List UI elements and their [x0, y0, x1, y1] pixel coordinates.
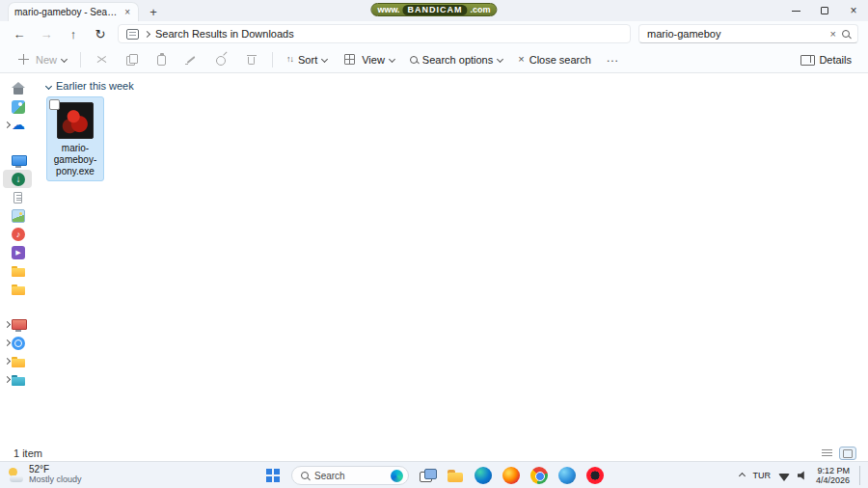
- taskbar-weather-widget[interactable]: 52°F Mostly cloudy: [8, 464, 82, 485]
- collapse-group-icon[interactable]: [45, 82, 52, 89]
- sidebar-item-desktop[interactable]: [3, 151, 32, 170]
- volume-icon[interactable]: [798, 471, 808, 480]
- cut-button[interactable]: [88, 48, 116, 71]
- sidebar-item-videos[interactable]: [3, 243, 32, 261]
- sidebar-item-home[interactable]: [3, 79, 32, 97]
- up-button[interactable]: ↑: [64, 27, 83, 41]
- language-indicator[interactable]: TUR: [752, 471, 771, 480]
- close-search-button[interactable]: × Close search: [511, 48, 598, 71]
- search-highlight-icon[interactable]: [391, 470, 403, 482]
- search-options-button[interactable]: Search options: [403, 48, 509, 71]
- taskbar-search-label: Search: [314, 471, 385, 481]
- search-icon[interactable]: [842, 30, 850, 38]
- group-header-label: Earlier this week: [56, 80, 134, 92]
- view-button[interactable]: View: [336, 48, 401, 71]
- divider: [272, 52, 273, 68]
- search-options-icon: [410, 56, 418, 64]
- breadcrumb-chevron-icon[interactable]: [144, 30, 150, 37]
- expand-chevron-icon[interactable]: [4, 339, 11, 346]
- new-button[interactable]: New: [10, 48, 73, 71]
- plus-icon: [16, 52, 31, 67]
- details-view-icon: [822, 449, 832, 458]
- taskbar-search[interactable]: Search: [291, 466, 409, 485]
- sidebar-item-network[interactable]: [3, 334, 32, 352]
- breadcrumb[interactable]: Search Results in Downloads: [155, 28, 294, 40]
- sidebar-item-this-pc[interactable]: [3, 315, 32, 334]
- tab-close-icon[interactable]: ×: [122, 7, 132, 17]
- sidebar-item-gallery[interactable]: [3, 97, 32, 116]
- expand-chevron-icon[interactable]: [4, 358, 11, 365]
- system-tray: TUR 9:12 PM 4/4/2026: [740, 462, 862, 488]
- tray-overflow-chevron-icon[interactable]: [739, 472, 746, 478]
- chevron-down-icon: [321, 56, 328, 63]
- sidebar-item-folder-3[interactable]: [3, 352, 32, 370]
- file-checkbox[interactable]: [49, 99, 60, 110]
- address-bar[interactable]: Search Results in Downloads: [118, 24, 631, 43]
- sidebar-item-documents[interactable]: [3, 188, 32, 206]
- documents-icon: [12, 191, 25, 204]
- watermark-prefix: www.: [377, 5, 399, 14]
- sidebar-item-pictures[interactable]: [3, 206, 32, 225]
- firefox-icon: [502, 467, 520, 484]
- cut-icon: [95, 52, 109, 67]
- ellipsis-icon: ...: [607, 52, 619, 67]
- taskbar-edge-beta-button[interactable]: [556, 464, 579, 487]
- taskbar-firefox-button[interactable]: [500, 464, 523, 487]
- sort-button[interactable]: ↑↓ Sort: [280, 48, 334, 71]
- task-view-icon: [419, 467, 436, 484]
- copy-button[interactable]: [118, 48, 146, 71]
- explorer-tab[interactable]: mario-gameboy - Search Res ×: [8, 2, 139, 21]
- new-tab-button[interactable]: +: [145, 3, 162, 20]
- divider: [80, 52, 81, 68]
- navigation-bar: ← → ↑ ↻ Search Results in Downloads mari…: [0, 21, 868, 46]
- back-button[interactable]: ←: [10, 27, 29, 41]
- sidebar-item-folder-1[interactable]: [3, 261, 32, 280]
- rename-button[interactable]: [177, 48, 205, 71]
- start-button[interactable]: [261, 464, 285, 487]
- large-icons-view-button[interactable]: [839, 447, 856, 460]
- taskbar-opera-button[interactable]: [583, 464, 607, 487]
- this-pc-icon: [12, 318, 25, 332]
- delete-button[interactable]: [237, 48, 265, 71]
- expand-chevron-icon[interactable]: [4, 376, 11, 383]
- clear-search-icon[interactable]: ×: [830, 28, 836, 40]
- search-value[interactable]: mario-gameboy: [647, 28, 825, 40]
- sidebar-item-folder-2[interactable]: [3, 280, 32, 298]
- sidebar-item-downloads[interactable]: [3, 170, 32, 188]
- watermark-brand: BANDICAM: [403, 5, 468, 15]
- group-header[interactable]: Earlier this week: [46, 80, 856, 92]
- minimize-button[interactable]: [781, 0, 810, 21]
- bandicam-watermark: www. BANDICAM .com: [370, 3, 497, 16]
- close-button[interactable]: ×: [839, 0, 868, 21]
- sidebar-item-folder-4[interactable]: [3, 370, 32, 389]
- show-desktop-button[interactable]: [859, 466, 862, 485]
- wifi-icon[interactable]: [778, 474, 790, 481]
- sidebar-item-music[interactable]: [3, 225, 32, 243]
- command-toolbar: New ↑↓ Sort View Search options × Close …: [0, 46, 868, 73]
- expand-chevron-icon[interactable]: [4, 122, 11, 128]
- chrome-icon: [530, 467, 548, 484]
- taskbar: 52°F Mostly cloudy Search TUR 9:12 PM 4/…: [0, 461, 868, 488]
- expand-chevron-icon[interactable]: [4, 321, 11, 328]
- sidebar-item-onedrive[interactable]: [3, 116, 32, 134]
- taskbar-file-explorer-button[interactable]: [444, 464, 467, 487]
- details-pane-button[interactable]: Details: [793, 48, 858, 71]
- view-icon: [342, 52, 357, 67]
- refresh-button[interactable]: ↻: [91, 27, 110, 41]
- search-box[interactable]: mario-gameboy ×: [638, 24, 858, 43]
- taskbar-task-view-button[interactable]: [416, 464, 439, 487]
- taskbar-edge-button[interactable]: [472, 464, 495, 487]
- taskbar-chrome-button[interactable]: [528, 464, 551, 487]
- more-options-button[interactable]: ...: [600, 48, 626, 71]
- maximize-restore-button[interactable]: [810, 0, 839, 21]
- file-thumbnail: [57, 102, 94, 139]
- file-list-area[interactable]: Earlier this week mario-gameboy-pony.exe: [35, 74, 868, 446]
- screen: mario-gameboy - Search Res × + www. BAND…: [0, 0, 868, 488]
- file-item-mario-gameboy-pony[interactable]: mario-gameboy-pony.exe: [46, 96, 104, 181]
- forward-button[interactable]: →: [37, 27, 56, 41]
- share-button[interactable]: [207, 48, 235, 71]
- new-label: New: [36, 54, 57, 66]
- details-view-button[interactable]: [818, 447, 835, 460]
- taskbar-clock[interactable]: 9:12 PM 4/4/2026: [816, 466, 850, 485]
- paste-button[interactable]: [148, 48, 176, 71]
